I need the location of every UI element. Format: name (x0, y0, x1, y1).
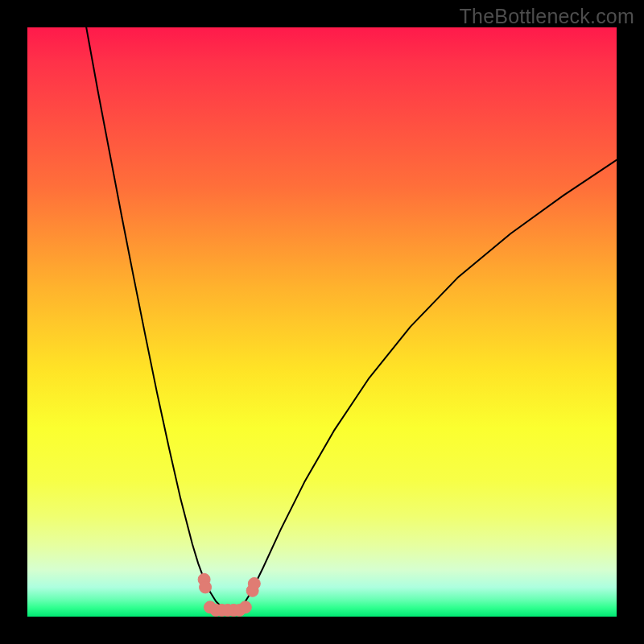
curve-marker (200, 581, 212, 593)
watermark-text: TheBottleneck.com (460, 5, 634, 28)
curve-marker (239, 601, 251, 613)
marker-group (198, 573, 260, 616)
bottleneck-curve (86, 27, 617, 610)
plot-area (27, 27, 617, 617)
chart-frame: TheBottleneck.com (0, 0, 644, 644)
curve-marker (248, 578, 260, 590)
curve-svg (27, 27, 617, 617)
